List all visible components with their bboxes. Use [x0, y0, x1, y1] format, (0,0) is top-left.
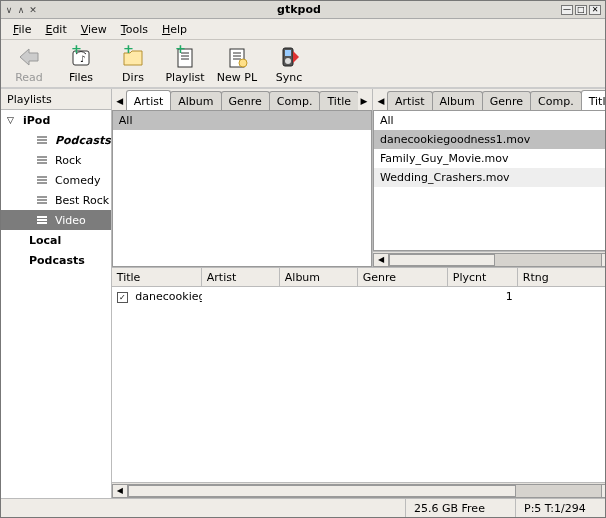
sidebar-item-podcasts2[interactable]: Podcasts [1, 250, 111, 270]
dirs-icon: + [119, 44, 147, 70]
filter-row[interactable]: danecookiegoodness1.mov [374, 130, 605, 149]
tabs-scroll-left[interactable]: ◀ [114, 92, 126, 110]
tabbar-left: ◀ Artist Album Genre Comp. Title ▶ [112, 89, 372, 111]
col-artist[interactable]: Artist [202, 268, 280, 286]
track-checkbox[interactable]: ✓ [117, 292, 128, 303]
svg-rect-18 [37, 139, 47, 141]
scroll-left-button[interactable]: ◀ [112, 484, 128, 498]
svg-rect-17 [37, 136, 47, 138]
expander-icon[interactable]: ▽ [7, 115, 17, 125]
tracks-hscroll[interactable]: ◀ ◀ ▶ [112, 482, 605, 498]
sidebar: Playlists ▽ iPod Podcasts Rock Comedy Be… [1, 89, 112, 498]
list-icon [35, 193, 49, 207]
sidebar-item-comedy[interactable]: Comedy [1, 170, 111, 190]
menu-file[interactable]: File [7, 21, 37, 38]
svg-rect-22 [37, 162, 47, 164]
col-genre[interactable]: Genre [358, 268, 448, 286]
tab-title[interactable]: Title [319, 91, 358, 110]
filter-list-left[interactable]: All [112, 111, 372, 267]
files-icon: ♪+ [67, 44, 95, 70]
col-rtng[interactable]: Rtng [518, 268, 605, 286]
track-title: danecookieg [135, 290, 202, 303]
status-counts: P:5 T:1/294 [515, 499, 605, 517]
tabbar-right: ◀ Artist Album Genre Comp. Title ▶ [373, 89, 605, 111]
right-panel: ◀ Artist Album Genre Comp. Title ▶ All [112, 89, 605, 498]
svg-text:+: + [123, 45, 134, 56]
tree-root-ipod[interactable]: ▽ iPod [1, 110, 111, 130]
svg-rect-20 [37, 156, 47, 158]
svg-text:+: + [175, 45, 186, 56]
svg-rect-31 [37, 222, 47, 224]
col-title[interactable]: Title [112, 268, 202, 286]
tab-comp-r[interactable]: Comp. [530, 91, 582, 110]
menu-edit[interactable]: Edit [39, 21, 72, 38]
sidebar-item-bestrock[interactable]: Best Rock [1, 190, 111, 210]
track-row[interactable]: ✓ danecookieg 1 0 [112, 287, 605, 306]
sidebar-item-podcasts[interactable]: Podcasts [1, 130, 111, 150]
filter-row[interactable]: Family_Guy_Movie.mov [374, 149, 605, 168]
col-plycnt[interactable]: Plycnt [448, 268, 518, 286]
minimize-button[interactable]: — [561, 5, 573, 15]
filter-pane-right: ◀ Artist Album Genre Comp. Title ▶ All d… [372, 89, 605, 267]
track-album [280, 295, 358, 299]
files-button[interactable]: ♪+ Files [59, 44, 103, 84]
menu-view[interactable]: View [75, 21, 113, 38]
maximize-button[interactable]: □ [575, 5, 587, 15]
newpl-icon [223, 44, 251, 70]
newpl-button[interactable]: New PL [215, 44, 259, 84]
playlist-button[interactable]: + Playlist [163, 44, 207, 84]
svg-rect-23 [37, 176, 47, 178]
tab-comp[interactable]: Comp. [269, 91, 321, 110]
main-area: Playlists ▽ iPod Podcasts Rock Comedy Be… [1, 88, 605, 498]
tab-genre-r[interactable]: Genre [482, 91, 531, 110]
track-artist [202, 295, 280, 299]
track-plycnt: 1 [448, 288, 518, 305]
filter-list-right[interactable]: All danecookiegoodness1.mov Family_Guy_M… [373, 111, 605, 251]
sync-button[interactable]: Sync [267, 44, 311, 84]
svg-rect-29 [37, 216, 47, 218]
collapse-icon[interactable]: ∨ [5, 6, 13, 14]
tab-title-r[interactable]: Title [581, 90, 605, 110]
tab-album-r[interactable]: Album [432, 91, 483, 110]
statusbar: 25.6 GB Free P:5 T:1/294 [1, 498, 605, 517]
svg-rect-19 [37, 142, 47, 144]
list-icon [35, 153, 49, 167]
scroll-left-button[interactable]: ◀ [373, 253, 389, 267]
col-album[interactable]: Album [280, 268, 358, 286]
filter-hscroll[interactable]: ◀ ◀ ▶ [373, 251, 605, 267]
menu-help[interactable]: Help [156, 21, 193, 38]
menu-tools[interactable]: Tools [115, 21, 154, 38]
svg-rect-27 [37, 199, 47, 201]
svg-text:+: + [71, 45, 82, 56]
close-x-icon[interactable]: ✕ [29, 6, 37, 14]
expand-up-icon[interactable]: ∧ [17, 6, 25, 14]
track-rtng: 0 [518, 288, 605, 305]
toolbar: Read ♪+ Files + Dirs + Playlist New PL S… [1, 40, 605, 88]
scroll-right-button[interactable]: ◀ [601, 484, 605, 498]
dirs-button[interactable]: + Dirs [111, 44, 155, 84]
ipod-label: iPod [23, 114, 50, 127]
read-button[interactable]: Read [7, 44, 51, 84]
tab-artist-r[interactable]: Artist [387, 91, 432, 110]
tracks-pane: Title Artist Album Genre Plycnt Rtng ✓ d… [112, 267, 605, 498]
filter-all-row[interactable]: All [374, 111, 605, 130]
sidebar-item-rock[interactable]: Rock [1, 150, 111, 170]
sidebar-item-local[interactable]: Local [1, 230, 111, 250]
svg-point-16 [285, 58, 291, 64]
status-diskfree: 25.6 GB Free [405, 499, 515, 517]
playlist-tree[interactable]: ▽ iPod Podcasts Rock Comedy Best Rock [1, 110, 111, 498]
filter-all-row[interactable]: All [113, 111, 371, 130]
tab-genre[interactable]: Genre [221, 91, 270, 110]
filter-row[interactable]: Wedding_Crashers.mov [374, 168, 605, 187]
tab-album[interactable]: Album [170, 91, 221, 110]
tracks-header: Title Artist Album Genre Plycnt Rtng [112, 268, 605, 287]
sync-icon [275, 44, 303, 70]
window-titlebar: ∨ ∧ ✕ gtkpod — □ ✕ [1, 1, 605, 19]
sidebar-item-video[interactable]: Video [1, 210, 111, 230]
tabs-scroll-left[interactable]: ◀ [375, 92, 387, 110]
tab-artist[interactable]: Artist [126, 90, 171, 110]
tabs-scroll-right[interactable]: ▶ [358, 92, 370, 110]
tracks-body[interactable]: ✓ danecookieg 1 0 [112, 287, 605, 482]
close-button[interactable]: ✕ [589, 5, 601, 15]
scroll-right-button[interactable]: ◀ [601, 253, 605, 267]
